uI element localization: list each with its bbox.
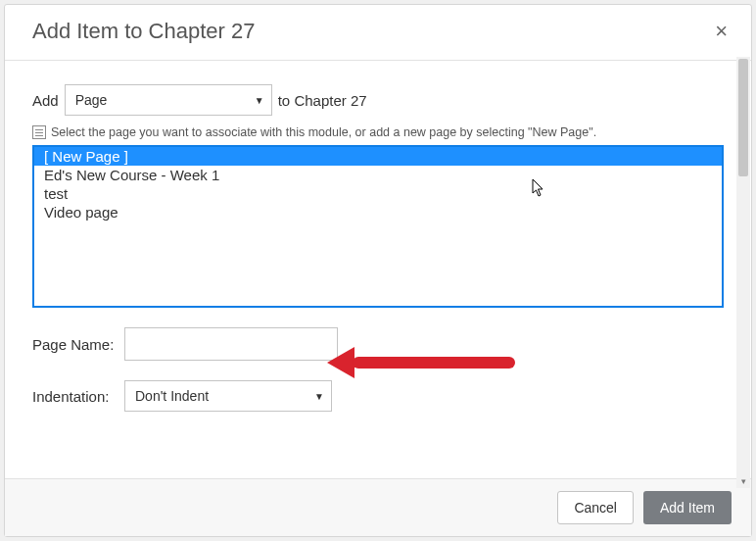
- scroll-down-icon[interactable]: ▾: [736, 474, 750, 488]
- document-icon: [32, 125, 46, 139]
- hint-text: Select the page you want to associate wi…: [51, 125, 596, 139]
- modal-header: Add Item to Chapter 27 ×: [5, 5, 751, 61]
- page-listbox[interactable]: [ New Page ] Ed's New Course - Week 1 te…: [32, 145, 724, 308]
- page-name-label: Page Name:: [32, 336, 117, 353]
- add-prefix-label: Add: [32, 92, 59, 109]
- indentation-select-wrap: Don't Indent ▼: [124, 380, 332, 412]
- page-name-input[interactable]: [124, 327, 338, 361]
- modal-body: Add Page ▼ to Chapter 27 Select the page…: [5, 61, 751, 478]
- page-option[interactable]: test: [34, 184, 722, 203]
- item-type-select-wrap: Page ▼: [65, 84, 272, 116]
- modal-scrollbar[interactable]: ▾: [736, 57, 750, 488]
- add-suffix-label: to Chapter 27: [278, 92, 367, 109]
- page-option[interactable]: Video page: [34, 203, 722, 221]
- indentation-select[interactable]: Don't Indent: [124, 380, 332, 412]
- cancel-button[interactable]: Cancel: [557, 491, 634, 524]
- page-name-row: Page Name:: [32, 327, 724, 361]
- add-item-modal: Add Item to Chapter 27 × Add Page ▼ to C…: [4, 4, 752, 537]
- add-type-row: Add Page ▼ to Chapter 27: [32, 84, 724, 116]
- modal-footer: Cancel Add Item: [5, 478, 751, 536]
- page-option-new[interactable]: [ New Page ]: [34, 147, 722, 166]
- hint-row: Select the page you want to associate wi…: [32, 125, 724, 139]
- page-option[interactable]: Ed's New Course - Week 1: [34, 166, 722, 184]
- modal-title: Add Item to Chapter 27: [32, 19, 255, 44]
- add-item-button[interactable]: Add Item: [643, 491, 732, 524]
- indentation-label: Indentation:: [32, 388, 117, 405]
- close-icon[interactable]: ×: [711, 21, 732, 42]
- indentation-row: Indentation: Don't Indent ▼: [32, 380, 724, 412]
- item-type-select[interactable]: Page: [65, 84, 272, 116]
- scrollbar-thumb[interactable]: [738, 59, 748, 176]
